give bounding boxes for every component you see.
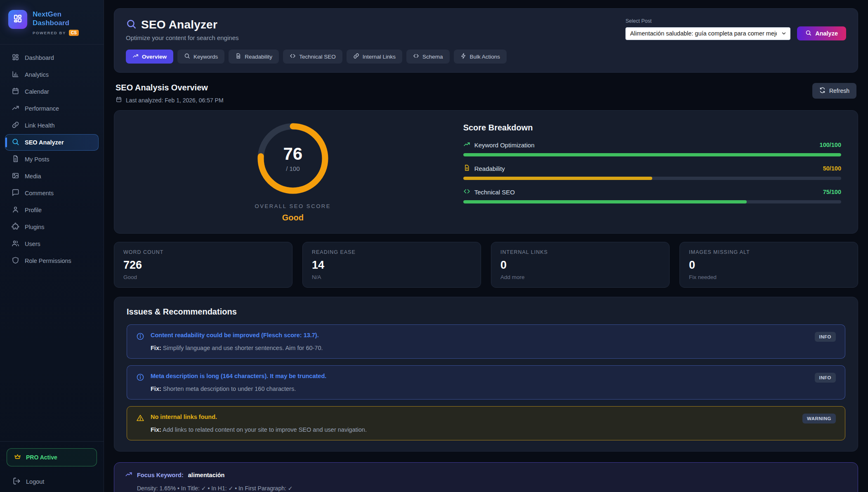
fix-label: Fix: [151,345,161,351]
tab-label: Internal Links [363,54,396,60]
select-post-label: Select Post [625,18,846,24]
sidebar-item-comments[interactable]: Comments [5,185,99,201]
brand-logo [8,10,27,29]
link-icon [353,53,359,60]
issue-message: Content readability could be improved (F… [151,332,809,338]
bar-chart-icon [12,70,19,79]
progress-bar-fill [463,200,747,203]
sidebar-item-media[interactable]: Media [5,168,99,184]
sidebar-item-label: Calendar [25,88,49,95]
tab-internal-links[interactable]: Internal Links [347,50,402,64]
breakdown-score: 100/100 [820,142,841,148]
brand-name-line2: Dashboard [33,19,79,27]
issue-item-readability: Content readability could be improved (F… [127,324,845,359]
refresh-icon [819,87,826,95]
sidebar-item-seo-analyzer[interactable]: SEO Analyzer [5,134,99,151]
stat-card-word-count: WORD COUNT 726 Good [114,242,292,288]
sidebar-item-label: My Posts [25,156,50,163]
sidebar-item-plugins[interactable]: Plugins [5,219,99,235]
code-icon [413,53,419,60]
logout-label: Logout [26,478,44,485]
sidebar: NextGen Dashboard POWERED BY CS Dashboar… [0,0,104,492]
stats-row: WORD COUNT 726 Good READING EASE 14 N/A … [114,242,858,288]
breakdown-row-technical-seo: Technical SEO 75/100 [463,188,841,203]
sidebar-item-profile[interactable]: Profile [5,202,99,218]
powered-by-label: POWERED BY [33,31,66,35]
tab-label: Bulk Actions [470,54,500,60]
sidebar-item-label: Plugins [25,224,45,230]
breakdown-score: 50/100 [823,165,841,172]
sidebar-item-label: Profile [25,207,42,213]
tab-label: Overview [142,54,167,60]
severity-badge: WARNING [802,414,836,423]
link-icon [12,121,19,130]
sidebar-nav: Dashboard Analytics Calendar Performance… [0,45,104,442]
sidebar-item-users[interactable]: Users [5,236,99,252]
refresh-button[interactable]: Refresh [812,83,856,99]
tab-technical-seo[interactable]: Technical SEO [283,50,342,64]
calendar-icon [116,96,122,104]
logout-button[interactable]: Logout [7,475,97,489]
code-icon [290,53,296,60]
search-icon [12,138,19,147]
crown-icon [14,453,21,462]
trend-up-icon [463,141,470,149]
sidebar-item-label: Role Permissions [25,258,71,264]
breakdown-label: Readability [474,165,505,172]
sidebar-item-label: Media [25,173,41,180]
tab-schema[interactable]: Schema [406,50,450,64]
sidebar-item-dashboard[interactable]: Dashboard [5,50,99,66]
grid-icon [12,53,19,62]
breakdown-score: 75/100 [823,189,841,195]
tab-keywords[interactable]: Keywords [177,50,224,64]
stat-note: Good [123,274,283,280]
focus-keyword-card: Focus Keyword: alimentación Density: 1.6… [114,462,858,492]
sidebar-item-analytics[interactable]: Analytics [5,66,99,83]
fix-label: Fix: [151,426,161,433]
document-icon [12,155,19,164]
stat-note: Add more [500,274,660,280]
puzzle-icon [12,222,19,232]
sidebar-item-label: Users [25,241,40,247]
page-subtitle: Optimize your content for search engines [126,34,238,41]
breakdown-row-readability: Readability 50/100 [463,164,841,180]
score-status: Good [282,213,304,222]
stat-note: N/A [312,274,472,280]
stat-label: IMAGES MISSING ALT [689,249,849,255]
tab-label: Readability [245,54,272,60]
issues-card: Issues & Recommendations Content readabi… [114,297,858,452]
last-analyzed-text: Last analyzed: Feb 1, 2026, 06:57 PM [126,97,224,104]
focus-keyword-stats: Density: 1.65% • In Title: ✓ • In H1: ✓ … [137,485,847,492]
issue-fix-text: Add links to related content on your sit… [163,426,367,433]
brand: NextGen Dashboard POWERED BY CS [0,0,104,45]
brand-text: NextGen Dashboard POWERED BY CS [33,10,79,36]
sidebar-item-calendar[interactable]: Calendar [5,83,99,100]
tab-readability[interactable]: Readability [229,50,279,64]
stat-value: 0 [500,259,660,272]
progress-bar-fill [463,153,841,156]
issue-fix-text: Shorten meta description to under 160 ch… [163,386,296,392]
tab-bulk-actions[interactable]: Bulk Actions [454,50,507,64]
page-title: SEO Analyzer [141,18,217,31]
overall-score-gauge: 76 / 100 OVERALL SEO SCORE Good [128,121,458,222]
sidebar-item-link-health[interactable]: Link Health [5,117,99,134]
analyze-label: Analyze [815,30,838,37]
analyze-button[interactable]: Analyze [797,26,846,40]
main-content: SEO Analyzer Optimize your content for s… [104,0,868,492]
logout-icon [13,477,21,486]
pro-active-badge[interactable]: PRO Active [7,448,97,466]
tab-label: Keywords [193,54,218,60]
tab-overview[interactable]: Overview [126,50,173,64]
sidebar-item-my-posts[interactable]: My Posts [5,151,99,168]
score-breakdown-title: Score Breakdown [463,123,841,132]
stat-note: Fix needed [689,274,849,280]
brand-name-line1: NextGen [33,10,79,19]
post-select[interactable]: Alimentación saludable: guía completa pa… [625,27,790,40]
stat-value: 726 [123,259,283,272]
trend-up-icon [132,53,139,60]
sidebar-item-label: SEO Analyzer [25,139,64,146]
sidebar-item-performance[interactable]: Performance [5,100,99,117]
sidebar-item-role-permissions[interactable]: Role Permissions [5,253,99,269]
stat-value: 14 [312,259,472,272]
seo-analyzer-header: SEO Analyzer Optimize your content for s… [114,8,858,73]
